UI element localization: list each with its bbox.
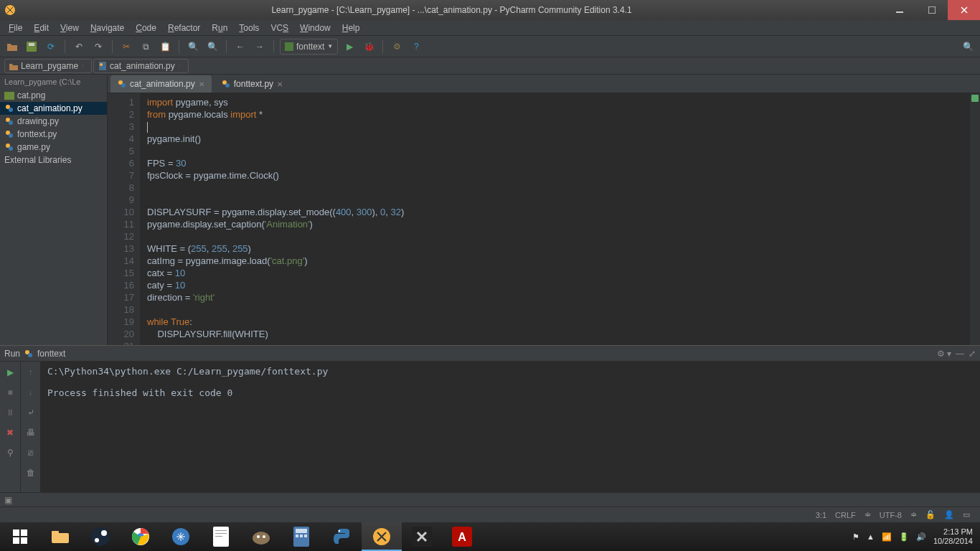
run-icon[interactable]: ▶ [341, 39, 357, 55]
project-file[interactable]: drawing.py [0, 115, 107, 128]
sync-icon[interactable]: ⟳ [43, 39, 59, 55]
scrollbar[interactable] [970, 93, 980, 345]
menu-run[interactable]: Run [206, 22, 233, 34]
breadcrumb-file[interactable]: cat_animation.py 〉 [93, 59, 189, 73]
editor-tab[interactable]: cat_animation.py✕ [110, 75, 212, 93]
chrome-icon[interactable] [121, 522, 161, 551]
lock-icon[interactable]: 🔓 [921, 510, 940, 519]
close-button[interactable] [948, 0, 980, 20]
file-icon [4, 90, 14, 100]
pin-icon[interactable]: ⚲ [2, 445, 18, 461]
tool-window-toggle-icon[interactable]: ▣ [4, 495, 12, 505]
menu-view[interactable]: View [55, 22, 85, 34]
find-icon[interactable]: 🔍 [185, 39, 201, 55]
menu-help[interactable]: Help [336, 22, 366, 34]
calculator-icon[interactable] [281, 522, 321, 551]
cut-icon[interactable]: ✂ [118, 39, 134, 55]
explorer-icon[interactable] [40, 522, 80, 551]
help-icon[interactable]: ? [408, 39, 424, 55]
project-root[interactable]: Learn_pygame (C:\Le [0, 75, 107, 89]
svg-rect-38 [215, 533, 227, 534]
minimize-button[interactable] [883, 0, 915, 20]
down-icon[interactable]: ↓ [23, 385, 39, 400]
menu-edit[interactable]: Edit [28, 22, 55, 34]
menu-vcs[interactable]: VCS [265, 22, 294, 34]
line-ending[interactable]: CRLF [831, 511, 860, 519]
clock[interactable]: 2:13 PM 10/28/2014 [933, 527, 973, 546]
memory-icon[interactable]: ▭ [958, 510, 974, 519]
breadcrumb-label: Learn_pygame [21, 61, 78, 71]
run-config-selector[interactable]: fonttext ▼ [280, 39, 338, 55]
menu-window[interactable]: Window [294, 22, 336, 34]
hector-icon[interactable]: 👤 [940, 510, 958, 519]
start-button[interactable] [0, 522, 40, 551]
open-icon[interactable] [4, 39, 20, 55]
menu-code[interactable]: Code [130, 22, 162, 34]
run-config-label: fonttext [296, 42, 324, 52]
menu-file[interactable]: File [3, 22, 28, 34]
svg-rect-1 [896, 11, 903, 13]
redo-icon[interactable]: ↷ [90, 39, 106, 55]
editor-tab[interactable]: fonttext.py✕ [215, 75, 290, 93]
svg-rect-27 [21, 537, 27, 544]
project-file[interactable]: cat_animation.py [0, 102, 107, 115]
trash-icon[interactable]: 🗑 [23, 465, 39, 481]
run-title: Run [4, 349, 20, 359]
svg-rect-4 [29, 43, 34, 46]
encoding[interactable]: UTF-8 [875, 511, 906, 519]
run-output[interactable]: C:\Python34\python.exe C:/Learn_pygame/f… [40, 362, 980, 492]
network-icon[interactable]: 📶 [882, 532, 892, 542]
breadcrumb-project[interactable]: Learn_pygame 〉 [4, 59, 92, 73]
tray-overflow-icon[interactable]: ▲ [867, 532, 875, 541]
maximize-button[interactable] [915, 0, 948, 20]
rerun-icon[interactable]: ▶ [2, 364, 18, 380]
run-side-toolbar2: ↑ ↓ ⤶ 🖶 ⎚ 🗑 [20, 362, 40, 492]
minimize-panel-icon[interactable]: — [956, 349, 964, 359]
project-file[interactable]: fonttext.py [0, 128, 107, 141]
close-tab-icon[interactable]: ✕ [199, 80, 204, 88]
statusbar: 3:1 CRLF ≑ UTF-8 ≑ 🔓 👤 ▭ [0, 507, 980, 522]
back-icon[interactable]: ← [232, 39, 248, 55]
project-file[interactable]: cat.png [0, 89, 107, 102]
undo-icon[interactable]: ↶ [71, 39, 87, 55]
pause-icon[interactable]: ⏸ [2, 405, 18, 420]
app-icon-blue[interactable] [161, 522, 201, 551]
gear-icon[interactable]: ⚙ ▾ [937, 349, 951, 359]
up-icon[interactable]: ↑ [23, 364, 39, 380]
svg-rect-29 [52, 531, 59, 534]
adobe-reader-icon[interactable]: A [442, 522, 482, 551]
paste-icon[interactable]: 📋 [157, 39, 173, 55]
python-icon[interactable] [321, 522, 362, 551]
menu-tools[interactable]: Tools [233, 22, 265, 34]
close-run-icon[interactable]: ✖ [2, 425, 18, 441]
cursor-position[interactable]: 3:1 [811, 511, 831, 519]
volume-icon[interactable]: 🔊 [916, 532, 926, 542]
action-center-icon[interactable]: ⚑ [852, 532, 859, 542]
menu-refactor[interactable]: Refactor [162, 22, 206, 34]
clear-icon[interactable]: ⎚ [23, 445, 39, 461]
code-content[interactable]: import pygame, sysfrom pygame.locals imp… [140, 93, 980, 345]
menu-navigate[interactable]: Navigate [85, 22, 130, 34]
hide-panel-icon[interactable]: ⤢ [969, 349, 976, 359]
app-icon-cross[interactable] [402, 522, 442, 551]
print-icon[interactable]: 🖶 [23, 425, 39, 441]
debug-icon[interactable]: 🐞 [361, 39, 377, 55]
battery-icon[interactable]: 🔋 [899, 532, 909, 542]
wrap-icon[interactable]: ⤶ [23, 405, 39, 420]
steam-icon[interactable] [80, 522, 121, 551]
pycharm-taskbar-icon[interactable] [362, 522, 402, 551]
settings-icon[interactable]: ⚙ [389, 39, 405, 55]
gimp-icon[interactable] [241, 522, 281, 551]
notepad-icon[interactable] [201, 522, 241, 551]
copy-icon[interactable]: ⧉ [138, 39, 154, 55]
svg-rect-9 [4, 92, 14, 100]
save-icon[interactable] [24, 39, 39, 55]
replace-icon[interactable]: 🔍 [204, 39, 220, 55]
forward-icon[interactable]: → [252, 39, 268, 55]
project-file[interactable]: game.py [0, 141, 107, 154]
external-libraries[interactable]: External Libraries [0, 154, 107, 166]
stop-icon[interactable]: ■ [2, 385, 18, 400]
close-tab-icon[interactable]: ✕ [277, 80, 283, 88]
search-everywhere-icon[interactable]: 🔍 [960, 39, 976, 55]
code-area[interactable]: 1234567891011121314151617181920212223 im… [108, 93, 980, 345]
